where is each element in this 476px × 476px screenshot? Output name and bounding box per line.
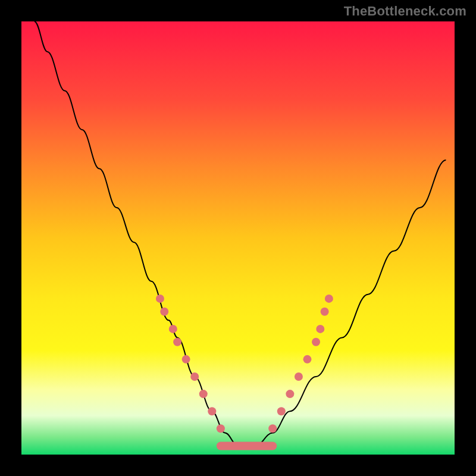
marker-dot bbox=[321, 308, 329, 316]
marker-dot bbox=[286, 390, 294, 398]
marker-dot bbox=[303, 355, 311, 364]
marker-dot bbox=[199, 390, 208, 398]
curve-layer bbox=[21, 21, 455, 455]
marker-dot bbox=[325, 295, 333, 303]
marker-dot bbox=[208, 407, 216, 415]
attribution-label: TheBottleneck.com bbox=[344, 4, 466, 19]
marker-dot bbox=[160, 308, 168, 316]
marker-dot bbox=[169, 325, 177, 333]
marker-dot bbox=[295, 372, 303, 381]
marker-dot bbox=[277, 407, 286, 415]
marker-dot bbox=[173, 338, 181, 346]
chart-stage: TheBottleneck.com bbox=[0, 0, 476, 476]
marker-dot bbox=[156, 295, 164, 303]
marker-dot bbox=[268, 424, 277, 433]
curve-markers bbox=[156, 295, 333, 433]
marker-dot bbox=[316, 325, 324, 333]
marker-dot bbox=[312, 338, 320, 346]
plot-area bbox=[21, 21, 455, 455]
bottleneck-curve bbox=[35, 21, 446, 446]
marker-dot bbox=[217, 424, 225, 433]
marker-dot bbox=[190, 372, 199, 381]
marker-dot bbox=[182, 355, 190, 364]
